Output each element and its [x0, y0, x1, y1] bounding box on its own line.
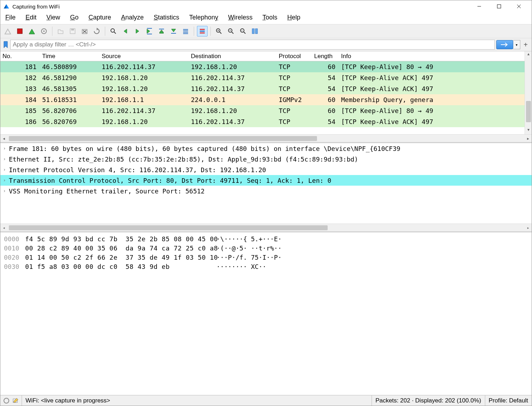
chevron-right-icon: ›: [3, 146, 9, 151]
go-to-packet-icon[interactable]: [144, 26, 155, 36]
menu-tools[interactable]: Tools: [262, 14, 277, 21]
status-packets: Packets: 202 · Displayed: 202 (100.0%): [372, 395, 485, 406]
auto-scroll-icon[interactable]: [180, 26, 191, 36]
menu-edit[interactable]: Edit: [26, 14, 36, 21]
svg-point-37: [4, 398, 9, 403]
status-interface: WiFi: <live capture in progress>: [22, 395, 372, 406]
packet-list-vscrollbar[interactable]: ▴ ▾: [525, 51, 532, 134]
colorize-icon[interactable]: [197, 26, 208, 36]
status-profile[interactable]: Profile: Default: [485, 395, 532, 406]
chevron-right-icon: ›: [3, 157, 9, 162]
go-forward-icon[interactable]: [132, 26, 143, 36]
details-hscrollbar[interactable]: ◂ ▸: [0, 224, 532, 231]
chevron-right-icon: ›: [3, 167, 9, 172]
find-packet-icon[interactable]: [108, 26, 119, 36]
expert-info-icon[interactable]: [3, 397, 10, 404]
restart-capture-icon[interactable]: [27, 26, 37, 36]
minimize-button[interactable]: [469, 0, 489, 12]
reload-icon[interactable]: [91, 26, 102, 36]
menu-view[interactable]: View: [46, 14, 60, 21]
col-header-len[interactable]: Length: [312, 53, 339, 60]
toolbar: =: [0, 24, 532, 38]
svg-text:=: =: [241, 29, 243, 32]
packet-list-hscrollbar[interactable]: ◂ ▸: [0, 134, 532, 142]
go-last-icon[interactable]: [168, 26, 179, 36]
menu-help[interactable]: Help: [287, 14, 300, 21]
hex-row[interactable]: 002001 14 00 50 c2 2f 66 2e 37 35 de 49 …: [4, 253, 528, 262]
detail-row[interactable]: ›Frame 181: 60 bytes on wire (480 bits),…: [0, 143, 532, 154]
svg-line-33: [244, 32, 245, 34]
filter-bar: ▾ +: [0, 38, 532, 51]
table-row[interactable]: 18451.618531192.168.1.1224.0.0.1IGMPv260…: [0, 94, 525, 105]
detail-row[interactable]: ›VSS Monitoring Ethernet trailer, Source…: [0, 186, 532, 196]
titlebar: Capturing from WiFi: [0, 0, 532, 12]
close-file-icon[interactable]: [79, 26, 90, 36]
detail-row[interactable]: ›Internet Protocol Version 4, Src: 116.2…: [0, 164, 532, 175]
table-row[interactable]: 18556.820706116.202.114.37192.168.1.20TC…: [0, 105, 525, 116]
stop-capture-icon[interactable]: [15, 26, 25, 36]
packet-list-header[interactable]: No. Time Source Destination Protocol Len…: [0, 51, 525, 61]
packet-details-pane[interactable]: ›Frame 181: 60 bytes on wire (480 bits),…: [0, 143, 532, 232]
window-title: Capturing from WiFi: [12, 4, 469, 10]
capture-options-icon[interactable]: [39, 26, 49, 36]
open-file-icon[interactable]: [55, 26, 66, 36]
filter-history-dropdown[interactable]: ▾: [513, 40, 520, 49]
menu-statistics[interactable]: Statistics: [154, 14, 179, 21]
svg-line-30: [232, 32, 233, 34]
col-header-time[interactable]: Time: [40, 53, 100, 60]
col-header-info[interactable]: Info: [339, 53, 525, 60]
table-row[interactable]: 18246.581290192.168.1.20116.202.114.37TC…: [0, 72, 525, 83]
zoom-in-icon[interactable]: [214, 26, 224, 36]
menu-wireless[interactable]: Wireless: [228, 14, 253, 21]
table-row[interactable]: 18346.581305192.168.1.20116.202.114.37TC…: [0, 83, 525, 94]
hex-row[interactable]: 0000f4 5c 89 9d 93 bd cc 7b 35 2e 2b 85 …: [4, 235, 528, 244]
svg-point-6: [43, 30, 45, 32]
menu-file[interactable]: File: [5, 14, 16, 21]
detail-row[interactable]: ›Ethernet II, Src: zte_2e:2b:85 (cc:7b:3…: [0, 154, 532, 164]
table-row[interactable]: 18146.580899116.202.114.37192.168.1.20TC…: [0, 61, 525, 72]
go-first-icon[interactable]: [156, 26, 167, 36]
go-back-icon[interactable]: [120, 26, 131, 36]
hex-row[interactable]: 003001 f5 a8 03 00 00 dc c0 58 43 9d eb·…: [4, 262, 528, 271]
save-file-icon[interactable]: [67, 26, 78, 36]
svg-rect-35: [252, 29, 254, 34]
svg-line-26: [220, 32, 221, 34]
col-header-proto[interactable]: Protocol: [277, 53, 312, 60]
wireshark-icon: [3, 3, 10, 10]
packet-list-pane: No. Time Source Destination Protocol Len…: [0, 51, 532, 143]
zoom-out-icon[interactable]: [226, 26, 236, 36]
resize-columns-icon[interactable]: [250, 26, 260, 36]
close-button[interactable]: [509, 0, 529, 12]
col-header-dst[interactable]: Destination: [189, 53, 277, 60]
apply-filter-button[interactable]: [496, 40, 513, 49]
maximize-button[interactable]: [489, 0, 509, 12]
display-filter-input[interactable]: [10, 40, 495, 50]
svg-rect-36: [255, 29, 257, 34]
status-bar: WiFi: <live capture in progress> Packets…: [0, 395, 532, 406]
hex-row[interactable]: 001000 28 c2 89 40 00 35 06 da 9a 74 ca …: [4, 244, 528, 253]
chevron-right-icon: ›: [3, 188, 9, 193]
menu-go[interactable]: Go: [70, 14, 79, 21]
zoom-reset-icon[interactable]: =: [238, 26, 248, 36]
svg-rect-1: [497, 5, 501, 8]
col-header-src[interactable]: Source: [100, 53, 189, 60]
add-filter-button[interactable]: +: [522, 41, 530, 49]
edit-capture-comment-icon[interactable]: [12, 397, 19, 404]
menu-telephony[interactable]: Telephony: [189, 14, 218, 21]
table-row[interactable]: 18656.820769192.168.1.20116.202.114.37TC…: [0, 116, 525, 127]
packet-list-body[interactable]: 18146.580899116.202.114.37192.168.1.20TC…: [0, 61, 525, 128]
svg-rect-8: [71, 29, 74, 30]
col-header-no[interactable]: No.: [0, 53, 40, 60]
chevron-right-icon: ›: [3, 178, 9, 183]
svg-line-13: [114, 32, 116, 34]
hex-pane[interactable]: 0000f4 5c 89 9d 93 bd cc 7b 35 2e 2b 85 …: [0, 232, 532, 395]
menu-capture[interactable]: Capture: [89, 14, 111, 21]
bookmark-icon[interactable]: [2, 41, 9, 49]
menu-analyze[interactable]: Analyze: [121, 14, 144, 21]
start-capture-icon[interactable]: [2, 26, 13, 36]
menubar: File Edit View Go Capture Analyze Statis…: [0, 12, 532, 24]
detail-row[interactable]: ›Transmission Control Protocol, Src Port…: [0, 175, 532, 186]
svg-point-12: [111, 29, 114, 32]
svg-rect-4: [17, 29, 22, 34]
